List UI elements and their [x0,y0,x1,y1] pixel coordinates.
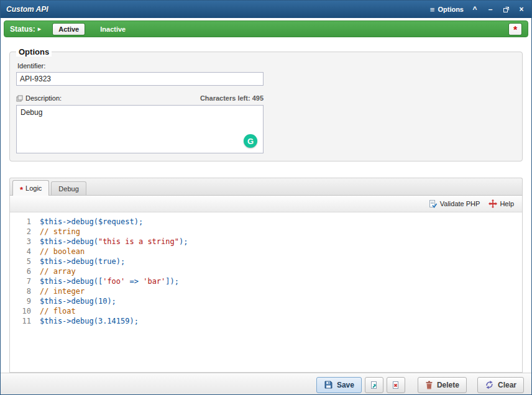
help-button[interactable]: Help [485,198,518,210]
save-button[interactable]: Save [316,377,362,393]
refresh-arrows-icon [485,380,494,389]
tab-debug[interactable]: Debug [51,181,86,195]
code-line[interactable]: 8// integer [10,286,522,296]
code-token: $this->debug( [40,317,98,325]
save-close-icon [392,381,400,389]
code-line[interactable]: 2// string [10,227,522,237]
code-token: 'bar' [143,277,165,286]
asterisk-icon: * [513,25,517,35]
editor-toolbar: Validate PHP Help [10,196,522,212]
titlebar-controls: ≡ Options ^ – × [430,5,526,14]
save-icon [324,380,333,389]
code-text: $this->debug(3.14159); [40,316,139,326]
validate-php-icon [429,199,438,208]
code-text: // array [40,266,76,276]
code-token: 3.14159 [98,317,130,325]
description-header: Description: Characters left: 495 [16,94,264,102]
line-number: 1 [10,217,40,227]
line-number: 3 [10,237,40,247]
code-text: // string [40,227,80,237]
line-number: 8 [10,286,40,296]
tab-logic[interactable]: * Logic [12,180,49,196]
code-line[interactable]: 7$this->debug(['foo' => 'bar']); [10,276,522,286]
code-token: // string [40,227,80,236]
code-token: 10 [98,297,107,306]
logic-tabpanel: * Logic Debug Validate PHP H [9,178,523,373]
code-token: => [125,277,143,286]
minimize-button[interactable]: – [486,6,495,13]
list-icon: ≡ [430,5,435,14]
status-inactive-button[interactable]: Inactive [94,23,131,35]
required-field-button[interactable]: * [508,23,522,35]
options-fieldset: Options Identifier: Description: Charact… [9,47,523,161]
minimize-icon: – [488,6,493,13]
code-text: $this->debug($request); [40,217,143,227]
custom-api-window: Custom API ≡ Options ^ – × Status: ▸ Act… [0,0,532,395]
code-token: $this->debug($request); [40,217,143,226]
line-number: 2 [10,227,40,237]
code-line[interactable]: 1$this->debug($request); [10,217,522,227]
code-line[interactable]: 10// float [10,306,522,316]
trash-icon [425,381,433,389]
titlebar[interactable]: Custom API ≡ Options ^ – × [1,1,531,18]
status-toolbar: Status: ▸ Active Inactive * [4,20,528,37]
tab-logic-label: Logic [25,184,42,192]
code-line[interactable]: 5$this->debug(true); [10,257,522,266]
grammarly-letter: G [247,137,254,146]
code-text: $this->debug(['foo' => 'bar']); [40,276,179,286]
code-line[interactable]: 9$this->debug(10); [10,296,522,306]
line-number: 4 [10,247,40,257]
code-token: $this->debug( [40,237,98,246]
code-line[interactable]: 6// array [10,266,522,276]
code-token: true [98,257,116,266]
code-token: // boolean [40,247,85,256]
identifier-input[interactable] [16,72,264,86]
collapse-button[interactable]: ^ [470,6,479,13]
line-number: 10 [10,306,40,316]
code-editor[interactable]: 1$this->debug($request);2// string3$this… [10,212,522,372]
help-icon [488,199,497,208]
code-line[interactable]: 3$this->debug("this is a string"); [10,237,522,247]
options-menu-button[interactable]: ≡ Options [430,5,464,14]
help-label: Help [500,200,514,207]
status-active-button[interactable]: Active [52,23,85,35]
required-asterisk-icon: * [20,186,23,194]
popout-button[interactable] [502,6,510,13]
code-token: ]); [165,277,179,286]
save-new-icon [370,381,378,389]
footer-toolbar: Save Delete Clear [1,373,531,395]
characters-left-counter: Characters left: 495 [200,94,264,102]
code-lines: 1$this->debug($request);2// string3$this… [10,217,522,326]
grammarly-icon[interactable]: G [244,134,257,148]
description-text: Debug [21,108,259,117]
code-token: ); [107,297,116,306]
close-button[interactable]: × [517,6,526,13]
arrow-right-icon: ▸ [38,25,42,33]
code-line[interactable]: 11$this->debug(3.14159); [10,316,522,326]
close-icon: × [519,6,523,13]
delete-button[interactable]: Delete [418,377,467,393]
code-token: // integer [40,287,85,296]
code-token: $this->debug( [40,297,98,306]
expand-icon [16,95,23,102]
save-new-button[interactable] [365,377,383,393]
code-token: ); [116,257,125,266]
delete-label: Delete [437,381,459,389]
clear-button[interactable]: Clear [477,377,524,393]
code-line[interactable]: 4// boolean [10,247,522,257]
popout-icon [503,6,510,13]
line-number: 6 [10,266,40,276]
code-token: // array [40,267,76,276]
options-menu-label: Options [438,6,464,13]
validate-php-button[interactable]: Validate PHP [425,198,484,210]
line-number: 9 [10,296,40,306]
status-label: Status: [10,25,35,34]
line-number: 5 [10,257,40,266]
save-close-button[interactable] [387,377,405,393]
code-token: $this->debug([ [40,277,103,286]
description-label: Description: [25,94,62,102]
line-number: 11 [10,316,40,326]
description-textarea[interactable]: Debug G [16,105,264,153]
code-text: $this->debug(10); [40,296,116,306]
chevron-up-icon: ^ [472,6,477,13]
